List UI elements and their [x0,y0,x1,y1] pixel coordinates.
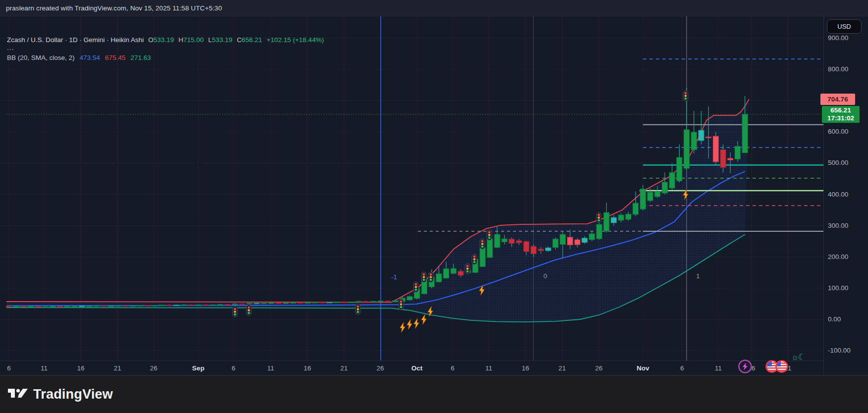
candle[interactable] [480,248,485,267]
candle[interactable] [596,224,602,239]
sun-moon-icon[interactable]: ☼☾ [791,352,805,362]
candle[interactable] [181,305,186,306]
candle[interactable] [626,214,631,219]
candle[interactable] [145,306,150,307]
candle[interactable] [348,302,354,303]
candle[interactable] [604,212,609,231]
candle[interactable] [560,234,566,244]
time-tick-label[interactable]: 16 [303,364,311,372]
candle[interactable] [451,268,456,273]
candle[interactable] [655,192,660,197]
candle[interactable] [320,302,325,303]
candle[interactable] [116,306,121,307]
price-axis[interactable]: USD 704.76 656.21 17:31:02 900.00800.006… [823,16,868,375]
candle[interactable] [378,301,383,302]
time-tick-label[interactable]: 6 [7,364,11,372]
candle[interactable] [35,306,41,307]
time-tick-label[interactable]: 21 [558,364,566,372]
candle[interactable] [188,305,194,306]
candle[interactable] [363,301,369,302]
candle[interactable] [232,304,237,305]
candle[interactable] [57,306,62,307]
candle[interactable] [728,158,733,160]
candle[interactable] [669,172,675,188]
candle[interactable] [167,305,172,306]
candle[interactable] [444,269,449,278]
time-tick-month-label[interactable]: Oct [411,364,423,372]
candle[interactable] [159,305,165,306]
candle[interactable] [698,130,704,141]
candle[interactable] [517,241,522,243]
symbol-title[interactable]: Zcash / U.S. Dollar · 1D · Gemini · Heik… [7,36,144,44]
candle[interactable] [269,303,274,304]
candle[interactable] [108,306,114,307]
candle[interactable] [545,248,551,251]
candle[interactable] [21,306,26,307]
candle[interactable] [523,242,529,252]
candle[interactable] [283,303,289,304]
candle[interactable] [487,239,493,258]
candle[interactable] [50,306,56,307]
time-tick-label[interactable]: 11 [41,364,48,372]
candle[interactable] [611,217,617,223]
candle[interactable] [239,304,245,305]
candle[interactable] [575,240,580,245]
bb-indicator-title[interactable]: BB (20, SMA, close, 2) [7,54,75,61]
time-tick-label[interactable]: 26 [595,364,602,372]
tradingview-logo[interactable]: TradingView [8,387,113,402]
candle[interactable] [13,306,19,307]
candle[interactable] [706,137,711,138]
candle[interactable] [254,303,259,304]
candle[interactable] [691,132,696,150]
candle[interactable] [531,246,536,254]
candle[interactable] [662,182,668,193]
candle[interactable] [72,306,77,307]
candle[interactable] [633,203,638,214]
time-tick-label[interactable]: 6 [231,364,235,372]
legend-more-ellipsis[interactable]: ... [7,46,324,51]
candle[interactable] [647,192,653,201]
candle[interactable] [225,305,231,306]
candle[interactable] [713,136,718,162]
time-tick-label[interactable]: 26 [376,364,384,372]
currency-toggle-button[interactable]: USD [827,19,862,34]
candle[interactable] [342,302,347,303]
candle[interactable] [298,303,303,304]
candle[interactable] [312,302,318,303]
candle[interactable] [43,307,48,308]
candle[interactable] [458,271,463,275]
candle[interactable] [137,306,143,307]
candle[interactable] [79,306,85,307]
candle[interactable] [677,157,682,181]
candle[interactable] [261,303,267,304]
candle[interactable] [407,297,412,300]
candle[interactable] [276,303,281,304]
time-tick-month-label[interactable]: Sep [192,364,205,372]
candle[interactable] [582,238,587,243]
candle[interactable] [6,306,12,307]
candle[interactable] [742,114,748,153]
candle[interactable] [210,305,216,306]
candle[interactable] [371,301,376,302]
candle[interactable] [28,306,34,307]
candle[interactable] [684,130,690,168]
candle[interactable] [327,302,332,303]
time-tick-label[interactable]: 16 [77,364,84,372]
candle[interactable] [218,305,223,306]
chart-plot-area[interactable]: -101 Zcash / U.S. Dollar · 1D · Gemini ·… [0,16,823,361]
price-chart-canvas[interactable]: -101 [0,16,823,361]
time-axis[interactable]: 611162126Sep611162126Oct611162126Nov6111… [0,361,823,375]
candle[interactable] [509,239,515,244]
time-tick-label[interactable]: 11 [267,364,274,372]
candle[interactable] [305,303,310,304]
time-tick-label[interactable]: 11 [715,364,722,372]
symbol-legend-row[interactable]: Zcash / U.S. Dollar · 1D · Gemini · Heik… [7,36,324,44]
time-tick-label[interactable]: 6 [680,364,684,372]
candle[interactable] [494,234,500,248]
candle[interactable] [101,306,107,307]
candle[interactable] [152,306,158,307]
candle[interactable] [538,249,544,251]
candle[interactable] [393,301,398,302]
candle[interactable] [130,306,135,307]
time-tick-label[interactable]: 21 [114,364,121,372]
